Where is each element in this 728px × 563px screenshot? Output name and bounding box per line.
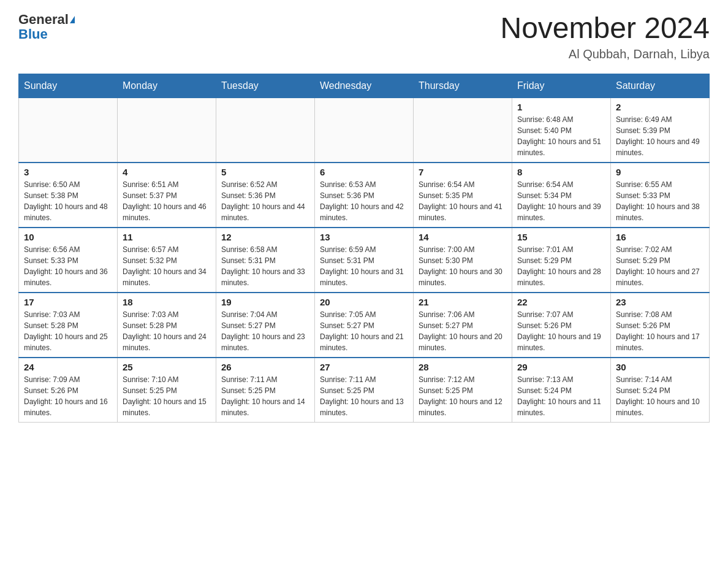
calendar-cell: 17Sunrise: 7:03 AMSunset: 5:28 PMDayligh…: [19, 293, 118, 358]
day-number: 11: [123, 232, 211, 242]
day-info: Sunrise: 6:48 AMSunset: 5:40 PMDaylight:…: [517, 114, 605, 158]
calendar-cell: 7Sunrise: 6:54 AMSunset: 5:35 PMDaylight…: [414, 163, 512, 228]
day-number: 19: [221, 297, 309, 307]
calendar-cell: 20Sunrise: 7:05 AMSunset: 5:27 PMDayligh…: [315, 293, 414, 358]
day-info: Sunrise: 6:56 AMSunset: 5:33 PMDaylight:…: [24, 244, 112, 288]
calendar-cell: 25Sunrise: 7:10 AMSunset: 5:25 PMDayligh…: [118, 358, 216, 423]
day-number: 5: [221, 167, 309, 177]
calendar-cell: 28Sunrise: 7:12 AMSunset: 5:25 PMDayligh…: [414, 358, 512, 423]
calendar-cell: [414, 98, 512, 163]
logo-blue-text: Blue: [18, 26, 48, 42]
day-info: Sunrise: 6:55 AMSunset: 5:33 PMDaylight:…: [616, 179, 704, 223]
day-number: 2: [616, 102, 704, 112]
day-info: Sunrise: 6:54 AMSunset: 5:35 PMDaylight:…: [419, 179, 507, 223]
calendar-week-0: 1Sunrise: 6:48 AMSunset: 5:40 PMDaylight…: [19, 98, 710, 163]
day-number: 16: [616, 232, 704, 242]
calendar-cell: 19Sunrise: 7:04 AMSunset: 5:27 PMDayligh…: [216, 293, 315, 358]
day-info: Sunrise: 6:58 AMSunset: 5:31 PMDaylight:…: [221, 244, 309, 288]
day-info: Sunrise: 6:53 AMSunset: 5:36 PMDaylight:…: [320, 179, 408, 223]
day-header-sunday: Sunday: [19, 74, 118, 98]
day-number: 1: [517, 102, 605, 112]
calendar-cell: 21Sunrise: 7:06 AMSunset: 5:27 PMDayligh…: [414, 293, 512, 358]
day-info: Sunrise: 7:04 AMSunset: 5:27 PMDaylight:…: [221, 309, 309, 353]
calendar-cell: 12Sunrise: 6:58 AMSunset: 5:31 PMDayligh…: [216, 228, 315, 293]
day-number: 9: [616, 167, 704, 177]
day-info: Sunrise: 6:49 AMSunset: 5:39 PMDaylight:…: [616, 114, 704, 158]
calendar-cell: 2Sunrise: 6:49 AMSunset: 5:39 PMDaylight…: [611, 98, 710, 163]
day-info: Sunrise: 7:11 AMSunset: 5:25 PMDaylight:…: [320, 374, 408, 418]
calendar-cell: [118, 98, 216, 163]
calendar-cell: 9Sunrise: 6:55 AMSunset: 5:33 PMDaylight…: [611, 163, 710, 228]
day-info: Sunrise: 7:11 AMSunset: 5:25 PMDaylight:…: [221, 374, 309, 418]
day-info: Sunrise: 7:12 AMSunset: 5:25 PMDaylight:…: [419, 374, 507, 418]
day-number: 6: [320, 167, 408, 177]
day-number: 10: [24, 232, 112, 242]
calendar-cell: 14Sunrise: 7:00 AMSunset: 5:30 PMDayligh…: [414, 228, 512, 293]
calendar-week-3: 17Sunrise: 7:03 AMSunset: 5:28 PMDayligh…: [19, 293, 710, 358]
day-number: 21: [419, 297, 507, 307]
calendar-cell: 27Sunrise: 7:11 AMSunset: 5:25 PMDayligh…: [315, 358, 414, 423]
calendar-cell: 11Sunrise: 6:57 AMSunset: 5:32 PMDayligh…: [118, 228, 216, 293]
calendar-cell: 18Sunrise: 7:03 AMSunset: 5:28 PMDayligh…: [118, 293, 216, 358]
day-number: 29: [517, 362, 605, 372]
day-info: Sunrise: 6:51 AMSunset: 5:37 PMDaylight:…: [123, 179, 211, 223]
month-title: November 2024: [500, 12, 710, 45]
calendar-cell: 6Sunrise: 6:53 AMSunset: 5:36 PMDaylight…: [315, 163, 414, 228]
calendar-cell: 5Sunrise: 6:52 AMSunset: 5:36 PMDaylight…: [216, 163, 315, 228]
day-header-friday: Friday: [512, 74, 611, 98]
day-info: Sunrise: 7:14 AMSunset: 5:24 PMDaylight:…: [616, 374, 704, 418]
calendar-week-4: 24Sunrise: 7:09 AMSunset: 5:26 PMDayligh…: [19, 358, 710, 423]
day-info: Sunrise: 7:00 AMSunset: 5:30 PMDaylight:…: [419, 244, 507, 288]
day-number: 20: [320, 297, 408, 307]
day-info: Sunrise: 7:05 AMSunset: 5:27 PMDaylight:…: [320, 309, 408, 353]
page-header: General Blue November 2024 Al Qubbah, Da…: [18, 12, 710, 61]
day-number: 4: [123, 167, 211, 177]
calendar-cell: 24Sunrise: 7:09 AMSunset: 5:26 PMDayligh…: [19, 358, 118, 423]
logo: General Blue: [18, 12, 75, 42]
calendar-cell: 16Sunrise: 7:02 AMSunset: 5:29 PMDayligh…: [611, 228, 710, 293]
day-info: Sunrise: 7:01 AMSunset: 5:29 PMDaylight:…: [517, 244, 605, 288]
day-number: 24: [24, 362, 112, 372]
logo-triangle-icon: [70, 16, 75, 23]
calendar-header-row: SundayMondayTuesdayWednesdayThursdayFrid…: [19, 74, 710, 98]
day-header-saturday: Saturday: [611, 74, 710, 98]
logo-general-text: General: [18, 12, 69, 27]
day-number: 28: [419, 362, 507, 372]
day-info: Sunrise: 6:57 AMSunset: 5:32 PMDaylight:…: [123, 244, 211, 288]
calendar-cell: [19, 98, 118, 163]
day-info: Sunrise: 6:59 AMSunset: 5:31 PMDaylight:…: [320, 244, 408, 288]
calendar-cell: 26Sunrise: 7:11 AMSunset: 5:25 PMDayligh…: [216, 358, 315, 423]
calendar-cell: 10Sunrise: 6:56 AMSunset: 5:33 PMDayligh…: [19, 228, 118, 293]
calendar-cell: [216, 98, 315, 163]
day-info: Sunrise: 7:02 AMSunset: 5:29 PMDaylight:…: [616, 244, 704, 288]
day-info: Sunrise: 7:09 AMSunset: 5:26 PMDaylight:…: [24, 374, 112, 418]
day-info: Sunrise: 6:50 AMSunset: 5:38 PMDaylight:…: [24, 179, 112, 223]
calendar-table: SundayMondayTuesdayWednesdayThursdayFrid…: [18, 74, 710, 423]
day-header-monday: Monday: [118, 74, 216, 98]
day-info: Sunrise: 7:03 AMSunset: 5:28 PMDaylight:…: [24, 309, 112, 353]
day-number: 25: [123, 362, 211, 372]
calendar-cell: [315, 98, 414, 163]
calendar-cell: 29Sunrise: 7:13 AMSunset: 5:24 PMDayligh…: [512, 358, 611, 423]
calendar-cell: 1Sunrise: 6:48 AMSunset: 5:40 PMDaylight…: [512, 98, 611, 163]
calendar-cell: 4Sunrise: 6:51 AMSunset: 5:37 PMDaylight…: [118, 163, 216, 228]
day-number: 12: [221, 232, 309, 242]
day-info: Sunrise: 6:54 AMSunset: 5:34 PMDaylight:…: [517, 179, 605, 223]
day-number: 7: [419, 167, 507, 177]
day-number: 3: [24, 167, 112, 177]
calendar-cell: 23Sunrise: 7:08 AMSunset: 5:26 PMDayligh…: [611, 293, 710, 358]
day-info: Sunrise: 7:08 AMSunset: 5:26 PMDaylight:…: [616, 309, 704, 353]
day-info: Sunrise: 7:03 AMSunset: 5:28 PMDaylight:…: [123, 309, 211, 353]
day-number: 18: [123, 297, 211, 307]
day-number: 8: [517, 167, 605, 177]
day-info: Sunrise: 7:10 AMSunset: 5:25 PMDaylight:…: [123, 374, 211, 418]
calendar-cell: 30Sunrise: 7:14 AMSunset: 5:24 PMDayligh…: [611, 358, 710, 423]
calendar-cell: 22Sunrise: 7:07 AMSunset: 5:26 PMDayligh…: [512, 293, 611, 358]
location-text: Al Qubbah, Darnah, Libya: [500, 47, 710, 61]
day-number: 23: [616, 297, 704, 307]
day-number: 30: [616, 362, 704, 372]
day-number: 27: [320, 362, 408, 372]
calendar-cell: 13Sunrise: 6:59 AMSunset: 5:31 PMDayligh…: [315, 228, 414, 293]
calendar-week-2: 10Sunrise: 6:56 AMSunset: 5:33 PMDayligh…: [19, 228, 710, 293]
day-info: Sunrise: 6:52 AMSunset: 5:36 PMDaylight:…: [221, 179, 309, 223]
